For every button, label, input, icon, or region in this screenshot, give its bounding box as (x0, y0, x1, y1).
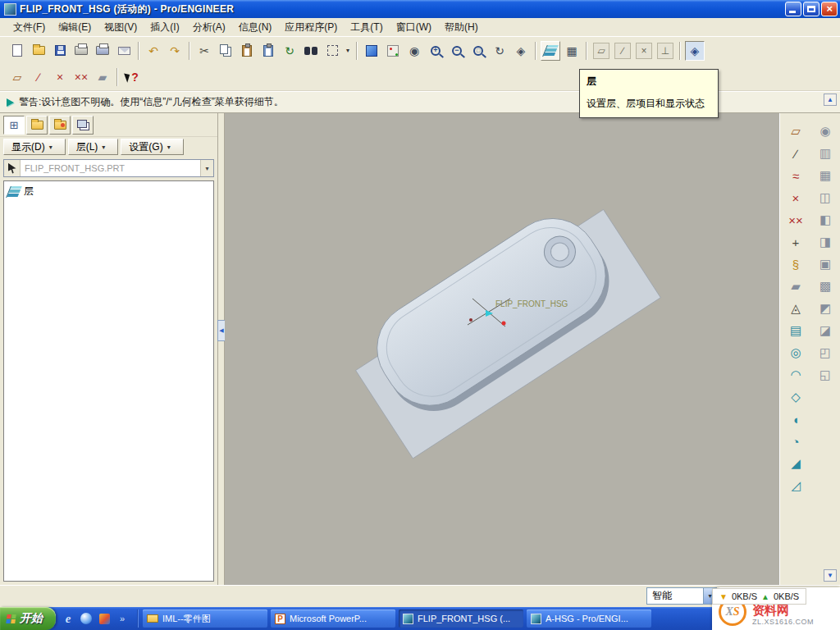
context-help-icon[interactable]: ? (122, 67, 142, 87)
tab-model-tree[interactable]: ⊞ (3, 116, 25, 135)
datum-csys-display-icon[interactable]: ⊥ (655, 41, 675, 61)
trim-icon[interactable]: ◧ (815, 210, 836, 230)
internet-explorer-icon[interactable]: e (61, 611, 75, 626)
menu-help[interactable]: 帮助(H) (438, 18, 485, 37)
sketch-plane-icon[interactable]: ▱ (7, 67, 27, 87)
wrap-icon[interactable]: ◰ (815, 343, 836, 363)
tab-favorites[interactable] (49, 116, 71, 135)
new-file-icon[interactable] (7, 41, 27, 61)
restore-button[interactable] (803, 2, 819, 16)
menu-analysis[interactable]: 分析(A) (186, 18, 232, 37)
draft-icon[interactable]: ◿ (785, 476, 806, 495)
project-icon[interactable]: ◪ (815, 321, 836, 340)
analysis-icon[interactable]: ◬ (785, 299, 806, 318)
email-icon[interactable] (114, 41, 134, 61)
saved-views-icon[interactable]: ◉ (404, 41, 424, 61)
save-file-icon[interactable] (50, 41, 70, 61)
print-preview-icon[interactable] (93, 41, 112, 61)
blend-icon[interactable]: ◇ (785, 387, 806, 407)
menu-window[interactable]: 窗口(W) (390, 18, 438, 37)
mirror-icon[interactable]: ◫ (815, 188, 836, 208)
sketch-icon[interactable]: ▰ (785, 276, 806, 296)
layers-icon[interactable] (541, 41, 560, 61)
start-button[interactable]: 开始 (0, 607, 56, 630)
task-button-powerpoint[interactable]: P Microsoft PowerP... (271, 609, 395, 628)
redo-icon[interactable]: ↷ (165, 41, 185, 61)
orient-icon[interactable] (383, 41, 403, 61)
datum-point-display-icon[interactable]: × (634, 41, 654, 61)
3d-model-canvas[interactable]: FLIP_FRONT_HSG (225, 113, 779, 585)
task-button-a-hsg[interactable]: A-HSG - Pro/ENGI... (527, 609, 651, 628)
zoom-in-icon[interactable] (426, 41, 445, 61)
helical-sweep-icon[interactable]: § (785, 254, 806, 274)
close-button[interactable]: × (821, 2, 838, 16)
open-file-icon[interactable] (29, 41, 48, 61)
datum-axis-icon[interactable]: ∕ (785, 144, 806, 163)
copy-icon[interactable] (216, 41, 235, 61)
extrude-icon[interactable]: ▤ (785, 321, 806, 340)
layer-menu-button[interactable]: 层(L) ▾ (68, 139, 119, 155)
toolbar-scroll-down-button[interactable]: ▼ (824, 569, 837, 582)
cut-icon[interactable]: ✂ (194, 41, 214, 61)
offset-icon[interactable]: ▣ (815, 254, 836, 274)
datum-point-icon[interactable]: × (785, 188, 806, 208)
paste-special-icon[interactable] (258, 41, 278, 61)
tab-connections[interactable] (72, 116, 94, 135)
sketch-axis-icon[interactable]: ∕ (29, 67, 48, 87)
media-player-icon[interactable] (97, 611, 112, 626)
extend-icon[interactable]: ◨ (815, 232, 836, 252)
sweep-icon[interactable]: ◠ (785, 365, 806, 385)
menu-edit[interactable]: 编辑(E) (52, 18, 98, 37)
datum-plane-icon[interactable]: ▱ (785, 121, 806, 141)
sketch-point-icon[interactable]: × (50, 67, 70, 87)
annotation-display-icon[interactable]: ◈ (685, 41, 705, 61)
undo-icon[interactable]: ↶ (144, 41, 163, 61)
select-filter-icon[interactable] (322, 41, 342, 61)
minimize-button[interactable] (785, 2, 801, 16)
select-cursor-icon[interactable] (4, 160, 21, 176)
solidify-icon[interactable]: ◱ (815, 365, 836, 385)
panel-splitter[interactable] (218, 113, 225, 585)
datum-curve-icon[interactable]: ≈ (785, 166, 806, 185)
datum-axis-display-icon[interactable]: ∕ (613, 41, 632, 61)
rib-icon[interactable]: ▥ (815, 144, 836, 163)
menu-view[interactable]: 视图(V) (98, 18, 144, 37)
task-button-flip-front-hsg[interactable]: FLIP_FRONT_HSG (... (399, 609, 523, 628)
datum-csys-icon[interactable]: + (785, 232, 806, 252)
menu-tools[interactable]: 工具(T) (344, 18, 389, 37)
thicken-icon[interactable]: ▩ (815, 276, 836, 296)
hole-icon[interactable]: ◉ (815, 121, 836, 141)
zoom-refit-icon[interactable] (468, 41, 488, 61)
messenger-icon[interactable] (79, 611, 94, 626)
pattern-icon[interactable]: ▦ (815, 166, 836, 185)
datum-points-icon[interactable]: ×× (785, 210, 806, 230)
menu-insert[interactable]: 插入(I) (144, 18, 185, 37)
settings-menu-button[interactable]: 设置(G) ▾ (121, 139, 183, 155)
quick-launch-overflow-icon[interactable]: » (115, 611, 130, 626)
sketch-points-icon[interactable]: ×× (71, 67, 91, 87)
datum-plane-display-icon[interactable]: ▱ (591, 41, 611, 61)
graphics-area[interactable]: FLIP_FRONT_HSG (225, 113, 779, 585)
menu-info[interactable]: 信息(N) (232, 18, 279, 37)
find-icon[interactable] (301, 41, 321, 61)
chamfer-icon[interactable]: ◢ (785, 454, 806, 473)
tab-folder-browser[interactable] (26, 116, 48, 135)
combo-dropdown-icon[interactable]: ▾ (200, 160, 213, 176)
layer-tree-root-item[interactable]: 层 (7, 184, 211, 199)
filter-caret-icon[interactable]: ▾ (344, 41, 352, 61)
view-normal-icon[interactable]: ◈ (511, 41, 531, 61)
regenerate-icon[interactable]: ↻ (280, 41, 299, 61)
shell-icon[interactable]: ◖ (785, 409, 806, 429)
intersect-icon[interactable]: ◩ (815, 299, 836, 318)
menu-file[interactable]: 文件(F) (7, 18, 52, 37)
active-object-combo[interactable]: FLIP_FRONT_HSG.PRT ▾ (3, 159, 214, 177)
revolve-icon[interactable]: ◎ (785, 343, 806, 363)
menu-applications[interactable]: 应用程序(P) (278, 18, 344, 37)
selection-filter-combo[interactable]: 智能 ▾ (646, 587, 717, 605)
round-icon[interactable]: ◔ (785, 431, 806, 451)
orient-mode-icon[interactable]: ↻ (490, 41, 509, 61)
repaint-icon[interactable] (362, 41, 381, 61)
sketch-surface-icon[interactable]: ▰ (93, 67, 112, 87)
paste-icon[interactable] (237, 41, 257, 61)
zoom-out-icon[interactable] (447, 41, 467, 61)
